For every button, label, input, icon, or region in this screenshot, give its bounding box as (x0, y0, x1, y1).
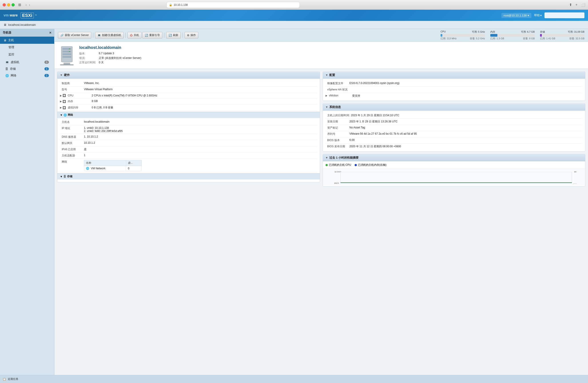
mem-small-icon: 🔲 (63, 100, 66, 103)
adapter-label: 主机适配器 (60, 154, 82, 157)
sidebar-item-host[interactable]: 🖥 主机 (0, 37, 54, 44)
vms-icon: 💻 (5, 61, 9, 64)
config-header: ▼ 配置 (323, 72, 585, 79)
storage-collapse-icon[interactable]: ▼ (60, 175, 63, 178)
sidebar-item-vms[interactable]: 💻 虚拟机 0 (0, 59, 54, 65)
sidebar-groups: 💻 虚拟机 0 🗄 存储 1 🌐 网络 1 (0, 59, 54, 79)
vmware-header: vmware ESXi ™ root@10.10.1.138 ▾ 帮助 ▾ (0, 10, 588, 21)
mem-bar-bg (490, 34, 535, 37)
vsphere-ha-label: vSphere HA 状况 (326, 88, 348, 91)
svg-rect-4 (63, 56, 71, 58)
ip-value-2: 2. vmk0: fe80::20c:29ff:fe5d:af95 (84, 129, 317, 133)
sidebar-item-monitor[interactable]: 监控 (0, 51, 54, 58)
mem-capacity: 容量: 8 GB (523, 37, 535, 40)
lock-icon: 🔒 (169, 3, 172, 6)
user-menu[interactable]: root@10.10.1.138 ▾ (501, 13, 531, 18)
mem-bar-fill (490, 34, 497, 37)
hostname-label: 主机名 (60, 120, 82, 124)
mem-available: 可用: 6.7 GB (521, 30, 535, 34)
new-tab-icon[interactable]: ＋ (575, 2, 578, 7)
performance-title: 过去 1 小时的性能摘要 (329, 156, 358, 160)
create-vm-button[interactable]: 💻 创建/注册虚拟机 (95, 32, 124, 39)
net-col-vms: 虚... (126, 160, 142, 166)
cpu-small-icon: 🔲 (63, 94, 66, 97)
resource-bars-mini: CPU 可用: 5 GHz 已用: 213 MHz 容量: 5.2 GHz 内存… (441, 30, 585, 40)
network-subsection-title: 网络 (68, 113, 73, 117)
hardware-header: ▼ 硬件 (57, 72, 320, 79)
sidebar-collapse-icon[interactable]: ✕ (49, 31, 52, 34)
vcenter-icon: 🔗 (60, 34, 64, 37)
legend-mem-dot (355, 164, 357, 166)
refresh-button[interactable]: 🔃 刷新 (166, 32, 181, 39)
cpu-bar-bg (441, 34, 485, 37)
perf-collapse-icon[interactable]: ▼ (326, 156, 328, 159)
net-col-name: 名称 (84, 160, 126, 166)
table-row[interactable]: 🌐 VM Network 0 (84, 166, 142, 171)
sto-bar-bg (540, 34, 585, 37)
sidebar-icon[interactable]: ⬜ (581, 3, 585, 7)
cpu-value: 2 CPUs x Intel(R) Core(TM) i7-9750H CPU … (92, 94, 317, 97)
serial-row: 序列号 VMware-56 4d 1a 27 67 2a e0 bc-01 7b… (326, 131, 583, 137)
vmware-text: vm (3, 13, 9, 17)
bios-version-label: BIOS 版本 (326, 138, 348, 142)
right-column: ▼ 配置 映像配置文件 ESXi-6.7.0-20221004001-sysin… (323, 72, 586, 189)
net-name-value: VM Network (91, 167, 105, 170)
url-bar[interactable]: 🔒 10.10.1.138 (167, 2, 300, 8)
create-vm-label: 创建/注册虚拟机 (102, 33, 121, 37)
vmotion-expand-icon[interactable]: ▶ (326, 94, 327, 97)
config-collapse-icon[interactable]: ▼ (326, 74, 328, 77)
reboot-button[interactable]: 🔄 重新引导 (142, 32, 162, 39)
legend-cpu-label: 已消耗的主机 CPU (329, 163, 351, 167)
legend-cpu: 已消耗的主机 CPU (326, 163, 351, 167)
forward-button[interactable]: › (28, 2, 31, 7)
sidebar-item-manage[interactable]: 管理 (0, 44, 54, 51)
close-button[interactable] (3, 3, 6, 6)
ipv6-value: 是 (84, 148, 317, 151)
actions-button[interactable]: ⚙ 操作 (185, 32, 198, 39)
cpu-capacity: 容量: 5.2 GHz (470, 37, 485, 40)
image-label: 映像配置文件 (326, 82, 348, 85)
sysinfo-body: 主机上的日期/时间 2023 年 1 月 29 日 星期日 13:54:10 U… (323, 111, 585, 151)
version-value: 6.7 Update 3 (99, 52, 114, 56)
manufacturer-row: 制造商 VMware, Inc. (60, 80, 317, 87)
sysinfo-collapse-icon[interactable]: ▼ (326, 106, 328, 109)
maximize-button[interactable] (12, 3, 15, 6)
cpu-expand-icon[interactable]: ▶ (60, 94, 62, 97)
sidebar-vms-label: 虚拟机 (11, 60, 19, 64)
manufacturer-value: VMware, Inc. (84, 82, 317, 85)
minimize-button[interactable] (7, 3, 10, 6)
net-name-cell: 🌐 VM Network (84, 166, 126, 171)
network-collapse-icon[interactable]: ▼ (60, 113, 63, 117)
dns-value: 1. 10.10.1.2 (84, 135, 317, 138)
sidebar-monitor-label: 监控 (8, 52, 14, 56)
host-version-row: 版本: 6.7 Update 3 (79, 52, 585, 56)
shutdown-button[interactable]: ⏻ 关机 (127, 32, 142, 39)
help-label: 帮助 (534, 13, 540, 17)
content-area: 🔗 获取 vCenter Server 💻 创建/注册虚拟机 ⏻ 关机 🔄 重新… (54, 29, 588, 375)
model-value: VMware Virtual Platform (84, 88, 317, 91)
sidebar-item-storage[interactable]: 🗄 存储 1 (0, 65, 54, 72)
search-input[interactable] (545, 12, 585, 18)
help-menu[interactable]: 帮助 ▾ (534, 13, 542, 17)
cpu-used: 已用: 213 MHz (441, 37, 457, 40)
back-button[interactable]: ‹ (25, 2, 27, 7)
performance-chart: 100 80 8 ... (326, 170, 583, 185)
sidebar-toggle-icon[interactable]: ⊞ (18, 3, 21, 7)
share-icon[interactable]: ⬆ (569, 3, 572, 7)
asset-value: No Asset Tag (350, 126, 583, 129)
two-col-layout: ▼ 硬件 制造商 VMware, Inc. 型号 VMware Virtual … (54, 69, 588, 192)
sysinfo-title: 系统信息 (329, 105, 341, 109)
shutdown-label: 关机 (134, 33, 139, 37)
actions-icon: ⚙ (187, 34, 189, 37)
cpu-label-prop: CPU (68, 94, 90, 97)
get-vcenter-button[interactable]: 🔗 获取 vCenter Server (58, 32, 91, 39)
config-title: 配置 (329, 73, 335, 77)
model-row: 型号 VMware Virtual Platform (60, 87, 317, 93)
status-value: 正常 (未连接到任何 vCenter Server) (99, 56, 141, 60)
memory-expand-icon[interactable]: ▶ (60, 100, 62, 103)
vflash-small-icon: 🔲 (63, 106, 66, 109)
sidebar-item-network[interactable]: 🌐 网络 1 (0, 72, 54, 79)
uptime-value: 0 天 (99, 61, 104, 64)
hardware-collapse-icon[interactable]: ▼ (60, 74, 63, 77)
vflash-expand-icon[interactable]: ▶ (60, 106, 62, 109)
